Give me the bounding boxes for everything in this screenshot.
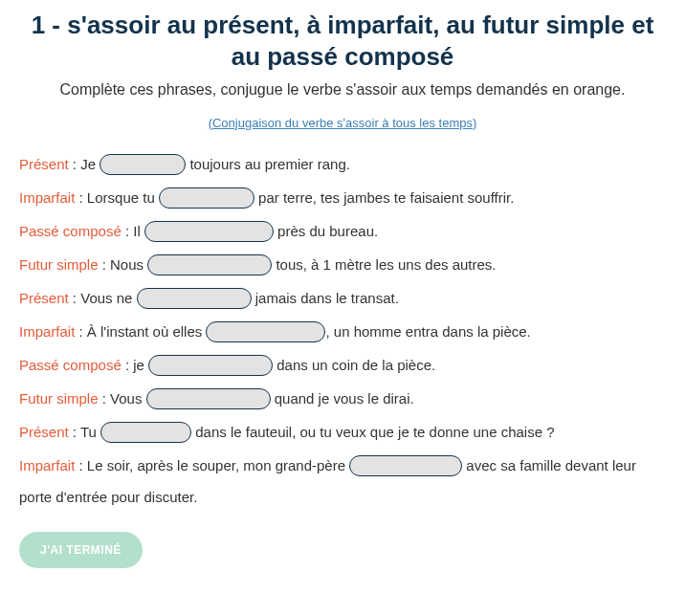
sentence-after: dans un coin de la pièce. <box>273 357 435 373</box>
done-button[interactable]: J'AI TERMINÉ <box>19 532 143 568</box>
sentence-after: , un homme entra dans la pièce. <box>325 323 530 340</box>
tense-label: Futur simple <box>19 256 99 273</box>
tense-label: Imparfait <box>19 457 75 473</box>
tense-label: Passé composé <box>19 357 122 373</box>
sentence-before: : je <box>122 357 148 373</box>
sentence-row: Présent : Vous ne jamais dans le transat… <box>19 282 666 314</box>
sentence-after: jamais dans le transat. <box>252 290 399 306</box>
sentence-row: Passé composé : Il près du bureau. <box>19 215 666 247</box>
answer-input[interactable] <box>147 254 272 275</box>
answer-input[interactable] <box>100 422 191 443</box>
sentence-before: : Lorsque tu <box>75 189 159 206</box>
sentence-before: : Je <box>69 156 100 172</box>
answer-input[interactable] <box>99 154 186 175</box>
exercise-subtitle: Complète ces phrases, conjugue le verbe … <box>19 79 666 100</box>
sentence-after: par terre, tes jambes te faisaient souff… <box>254 189 515 206</box>
sentence-row: Imparfait : À l'instant où elles , un ho… <box>19 316 666 347</box>
tense-label: Futur simple <box>19 390 99 407</box>
sentence-row: Imparfait : Lorsque tu par terre, tes ja… <box>19 182 666 213</box>
sentence-after: tous, à 1 mètre les uns des autres. <box>272 256 496 273</box>
exercise-title: 1 - s'assoir au présent, à imparfait, au… <box>19 10 666 72</box>
sentence-after: près du bureau. <box>274 223 378 239</box>
conjugation-link[interactable]: (Conjugaison du verbe s'assoir à tous le… <box>209 116 477 130</box>
tense-label: Imparfait <box>19 323 75 340</box>
answer-input[interactable] <box>349 455 462 476</box>
answer-input[interactable] <box>206 321 325 342</box>
answer-input[interactable] <box>137 288 252 309</box>
tense-label: Passé composé <box>19 223 122 239</box>
answer-input[interactable] <box>144 221 274 242</box>
sentence-row: Passé composé : je dans un coin de la pi… <box>19 349 666 381</box>
tense-label: Présent <box>19 156 69 172</box>
sentence-row: Présent : Tu dans le fauteuil, ou tu veu… <box>19 416 666 448</box>
sentence-after: dans le fauteuil, ou tu veux que je te d… <box>191 424 554 440</box>
answer-input[interactable] <box>148 355 273 376</box>
sentence-row: Imparfait : Le soir, après le souper, mo… <box>19 450 666 513</box>
tense-label: Présent <box>19 424 69 440</box>
exercise-body: Présent : Je toujours au premier rang.Im… <box>19 148 666 513</box>
sentence-after: toujours au premier rang. <box>186 156 350 172</box>
sentence-after: quand je vous le dirai. <box>271 390 414 407</box>
answer-input[interactable] <box>159 187 254 209</box>
sentence-before: : Tu <box>69 424 100 440</box>
answer-input[interactable] <box>146 388 271 409</box>
sentence-before: : Il <box>122 223 144 239</box>
sentence-row: Futur simple : Nous tous, à 1 mètre les … <box>19 249 666 280</box>
sentence-before: : Vous <box>99 390 146 407</box>
sentence-before: : À l'instant où elles <box>75 323 206 340</box>
tense-label: Imparfait <box>19 189 75 206</box>
sentence-row: Futur simple : Vous quand je vous le dir… <box>19 383 666 414</box>
sentence-row: Présent : Je toujours au premier rang. <box>19 148 666 180</box>
sentence-before: : Le soir, après le souper, mon grand-pè… <box>75 457 349 473</box>
sentence-before: : Nous <box>99 256 148 273</box>
sentence-before: : Vous ne <box>69 290 137 306</box>
tense-label: Présent <box>19 290 69 306</box>
